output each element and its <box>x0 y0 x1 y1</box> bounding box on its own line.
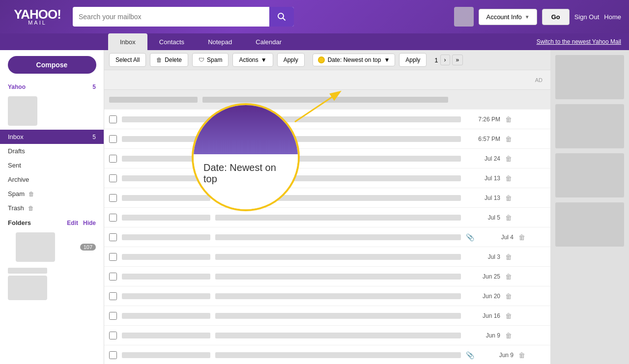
apply-button-1[interactable]: Apply <box>277 53 305 67</box>
select-all-button[interactable]: Select All <box>109 53 146 67</box>
email-row[interactable]: Jun 20 🗑 <box>104 286 550 306</box>
spam-delete-icon[interactable]: 🗑 <box>29 191 34 197</box>
email-checkbox[interactable] <box>109 194 117 202</box>
email-checkbox[interactable] <box>109 233 117 241</box>
sort-dropdown[interactable]: Date: Newest on top ▼ <box>313 54 396 66</box>
email-delete-icon[interactable]: 🗑 <box>505 214 512 222</box>
magnify-overlay: Date: Newest on top <box>192 103 300 211</box>
tab-contacts[interactable]: Contacts <box>147 33 196 50</box>
go-button[interactable]: Go <box>542 9 570 25</box>
avatar <box>454 7 474 27</box>
drafts-label: Drafts <box>8 147 25 155</box>
email-delete-icon[interactable]: 🗑 <box>518 351 525 359</box>
pagination: 1 › » <box>434 55 463 65</box>
search-icon <box>277 12 286 21</box>
sidebar-item-trash[interactable]: Trash 🗑 <box>0 201 104 215</box>
svg-line-1 <box>283 18 286 21</box>
email-checkbox[interactable] <box>109 292 117 300</box>
email-row[interactable]: Jul 13 🗑 <box>104 188 550 208</box>
email-checkbox[interactable] <box>109 312 117 320</box>
email-delete-icon[interactable]: 🗑 <box>505 194 512 202</box>
trash-label: Trash <box>8 204 24 212</box>
email-checkbox[interactable] <box>109 351 117 359</box>
folder-count-badge: 107 <box>80 244 96 251</box>
actions-dropdown[interactable]: Actions ▼ <box>232 53 273 67</box>
email-row[interactable]: Jul 3 🗑 <box>104 247 550 267</box>
sort-chevron: ▼ <box>384 56 390 63</box>
folders-actions[interactable]: Edit Hide <box>67 220 96 226</box>
right-ad-4 <box>555 202 624 247</box>
email-date: 7:26 PM <box>466 116 500 123</box>
email-delete-icon[interactable]: 🗑 <box>505 312 512 320</box>
tab-calendar[interactable]: Calendar <box>244 33 293 50</box>
email-row[interactable]: Jul 13 🗑 <box>104 168 550 188</box>
apply-button-2[interactable]: Apply <box>399 53 427 67</box>
right-panel <box>550 50 629 364</box>
email-delete-icon[interactable]: 🗑 <box>505 174 512 182</box>
spam-btn-label: Spam <box>207 56 222 63</box>
home-button[interactable]: Home <box>604 13 621 21</box>
email-row[interactable]: 6:57 PM 🗑 <box>104 129 550 149</box>
email-row[interactable]: Jun 9 🗑 <box>104 326 550 345</box>
email-delete-icon[interactable]: 🗑 <box>505 115 512 123</box>
account-info-label: Account Info <box>486 13 521 21</box>
email-row[interactable]: Jul 24 🗑 <box>104 149 550 168</box>
email-checkbox[interactable] <box>109 253 117 261</box>
spam-button[interactable]: 🛡 Spam <box>192 53 229 67</box>
account-info-button[interactable]: Account Info ▼ <box>479 9 537 25</box>
email-checkbox[interactable] <box>109 332 117 339</box>
compose-button[interactable]: Compose <box>8 56 96 74</box>
email-delete-icon[interactable]: 🗑 <box>505 273 512 280</box>
email-checkbox[interactable] <box>109 135 117 143</box>
nav-tabs: Inbox Contacts Notepad Calendar Switch t… <box>0 33 629 50</box>
sort-dot-icon <box>318 56 325 63</box>
sent-label: Sent <box>8 162 21 169</box>
signout-button[interactable]: Sign Out <box>574 13 600 21</box>
email-delete-icon[interactable]: 🗑 <box>505 155 512 163</box>
chevron-down-icon: ▼ <box>525 14 530 20</box>
logo-area: YAHOO! MAIL <box>8 8 67 26</box>
trash-delete-icon[interactable]: 🗑 <box>28 205 34 212</box>
email-row[interactable]: Jun 16 🗑 <box>104 306 550 326</box>
email-checkbox[interactable] <box>109 174 117 182</box>
right-ad-1 <box>555 55 624 99</box>
email-delete-icon[interactable]: 🗑 <box>505 292 512 300</box>
search-input[interactable] <box>73 7 269 27</box>
sidebar-item-inbox[interactable]: Inbox 5 <box>0 130 104 144</box>
next-page-button[interactable]: › <box>440 55 450 65</box>
email-row[interactable]: Jun 25 🗑 <box>104 267 550 286</box>
folder-placeholder <box>8 268 47 274</box>
delete-icon: 🗑 <box>156 56 162 63</box>
inbox-badge: 5 <box>92 134 96 140</box>
email-delete-icon[interactable]: 🗑 <box>505 253 512 261</box>
folders-edit[interactable]: Edit <box>67 220 78 226</box>
email-row[interactable]: 📎 Jun 9 🗑 <box>104 345 550 364</box>
email-checkbox[interactable] <box>109 115 117 123</box>
sidebar-item-drafts[interactable]: Drafts <box>0 144 104 158</box>
email-checkbox[interactable] <box>109 214 117 222</box>
delete-button[interactable]: 🗑 Delete <box>150 53 188 67</box>
last-page-button[interactable]: » <box>452 55 463 65</box>
email-row[interactable]: 📎 Jul 4 🗑 <box>104 227 550 247</box>
email-delete-icon[interactable]: 🗑 <box>505 135 512 143</box>
email-delete-icon[interactable]: 🗑 <box>518 233 525 241</box>
sidebar: Compose Yahoo 5 Inbox 5 Drafts Sent Arch… <box>0 50 104 364</box>
sidebar-item-sent[interactable]: Sent <box>0 158 104 172</box>
search-button[interactable] <box>269 7 294 27</box>
spam-label: Spam <box>8 190 25 197</box>
sidebar-item-archive[interactable]: Archive <box>0 172 104 187</box>
newest-yahoo-mail-link[interactable]: Switch to the newest Yahoo Mail <box>537 38 621 45</box>
email-row[interactable]: Jul 5 🗑 <box>104 208 550 227</box>
email-delete-icon[interactable]: 🗑 <box>505 332 512 339</box>
email-checkbox[interactable] <box>109 273 117 280</box>
tab-inbox[interactable]: Inbox <box>108 33 147 50</box>
folders-hide[interactable]: Hide <box>83 220 96 226</box>
sidebar-item-spam[interactable]: Spam 🗑 <box>0 187 104 201</box>
folder-thumbnail <box>16 232 55 262</box>
right-ad-3 <box>555 153 624 197</box>
email-date: 6:57 PM <box>466 136 500 142</box>
tab-notepad[interactable]: Notepad <box>196 33 244 50</box>
folders-label: Folders <box>8 219 31 226</box>
email-date: Jul 3 <box>466 253 500 260</box>
email-checkbox[interactable] <box>109 155 117 163</box>
